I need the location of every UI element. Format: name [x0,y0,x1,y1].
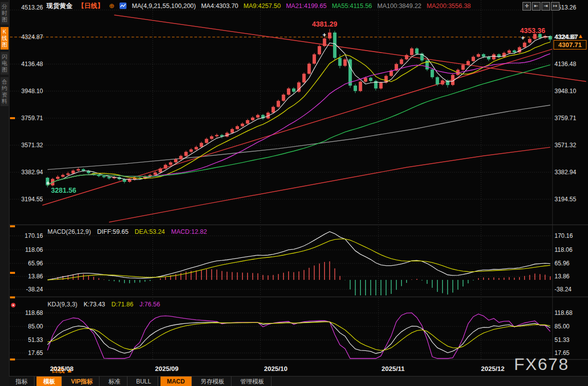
panel-resize-handle[interactable] [10,358,15,360]
panel-resize-handle[interactable] [10,225,15,227]
toolbar-vip-indicators-button[interactable]: VIP指标 [64,376,100,386]
axis-label: 3571.32 [12,142,43,149]
axis-label: 118.68 [12,309,43,316]
axis-label: 3948.10 [554,88,576,95]
axis-label: 3382.94 [12,169,43,176]
x-axis-month-label: 2025/12 [481,365,504,372]
macd-dea-value: DEA:53.24 [134,228,164,235]
peak-high-annotation: 4381.29 [312,20,338,28]
kdj-j-value: J:76.56 [140,301,160,308]
chart-legend: 现货黄金 【日线】 ⊕ MA(4,9,21,55,100,200) MA4:43… [46,2,474,11]
ma9-value: MA9:4257.50 [244,3,280,10]
axis-label: 170.16 [12,232,43,239]
x-axis-month-label: 2025/09 [155,365,178,372]
zoom-in-range-icon[interactable]: ⇥ [542,2,550,11]
period-badge: 【日线】 [78,2,104,10]
axis-label: 118.68 [554,309,572,316]
ma4-value: MA4:4303.70 [201,3,238,10]
zoom-out-range-icon[interactable]: ⇤ [532,2,540,11]
chart-type-icon[interactable] [120,3,126,9]
axis-label: 85.00 [554,323,570,330]
ma55-value: MA55:4115.56 [332,3,372,10]
bottom-toolbar: 指标 模板 VIP指标 标准 BULL MACD 另存模板 管理模板 [9,376,588,386]
indicator-marker-icon[interactable] [11,303,16,307]
axis-label: 3571.32 [554,142,576,149]
sidebar-item-contract-info[interactable]: 合约资料 [0,77,8,106]
axis-label: 118.06 [554,246,572,253]
toolbar-macd-button[interactable]: MACD [160,376,192,386]
recent-high-annotation: 4353.36 [520,27,546,35]
macd-diff-value: DIFF:59.65 [97,228,128,235]
toolbar-standard-button[interactable]: 标准 [102,376,128,386]
ma200-value: MA200:3556.38 [426,3,470,10]
macd-macd-value: MACD:12.82 [171,228,207,235]
x-axis-month-label: 2025/10 [264,365,288,372]
alert-price-label: 4324.87 [554,33,578,41]
axis-label: 65.96 [554,260,570,267]
sidebar-item-flash-chart[interactable]: 闪电图 [0,52,8,75]
axis-label: 51.33 [554,336,570,343]
sidebar: 分时图 K线图 闪电图 合约资料 [0,0,10,386]
x-axis-month-label: 2025/08 [50,365,74,372]
axis-label: 51.33 [12,336,43,343]
trendline-handle-icon[interactable]: + [322,31,326,39]
axis-label: 17.65 [12,349,43,356]
ma21-value: MA21:4199.65 [286,3,326,10]
axis-label: 13.86 [554,273,570,280]
axis-label: 170.16 [554,232,573,239]
pan-icon[interactable]: ✛ [522,2,531,11]
axis-label: 4136.48 [12,61,43,68]
axis-label: -38.24 [12,286,43,293]
axis-label: 3194.55 [12,196,43,203]
toolbar-templates-button[interactable]: 模板 [36,376,62,386]
axis-label: 85.00 [12,323,43,330]
ma-settings-label: MA(4,9,21,55,100,200) [132,3,196,10]
axis-label: -38.24 [554,286,572,293]
sidebar-item-kline-chart[interactable]: K线图 [0,27,8,50]
kdj-header: KDJ(9,3,3) K:73.43 D:71.86 J:76.56 [48,301,164,308]
axis-label: 3948.10 [12,88,43,95]
axis-label: 13.86 [12,273,43,280]
x-axis-month-label: 2025/11 [382,365,404,372]
toolbar-manage-templates-button[interactable]: 管理模板 [234,376,272,386]
period-low-annotation: 3281.56 [51,186,76,194]
toolbar-indicators-button[interactable]: 指标 [9,376,34,386]
kdj-title: KDJ(9,3,3) [48,301,78,308]
panel-resize-handle[interactable] [10,117,15,119]
macd-title: MACD(26,12,9) [48,228,91,235]
kdj-d-value: D:71.86 [112,301,134,308]
axis-label: 4324.87 [12,34,43,41]
toolbar-bull-button[interactable]: BULL [130,376,158,386]
add-alert-icon[interactable]: ⊕ [109,2,114,10]
axis-label: 4513.26 [12,4,43,11]
goto-latest-icon[interactable]: ↦ [551,2,560,11]
chart-application-window: 4513.264513.264324.874324.874136.484136.… [0,0,588,386]
axis-label: 3194.55 [554,196,576,203]
kdj-k-value: K:73.43 [84,301,105,308]
macd-header: MACD(26,12,9) DIFF:59.65 DEA:53.24 MACD:… [48,228,212,235]
trendline-handle-icon[interactable]: + [521,34,525,42]
panel-resize-handle[interactable] [10,296,15,298]
trendline-handle-icon[interactable]: + [46,179,50,187]
toolbar-save-template-button[interactable]: 另存模板 [194,376,232,386]
axis-label: 118.06 [12,246,43,253]
watermark: FX678 [514,354,569,374]
sidebar-item-time-chart[interactable]: 分时图 [0,2,8,25]
axis-label: 4136.48 [554,61,576,68]
axis-label: 3759.71 [12,115,43,122]
axis-label: 3759.71 [554,115,576,122]
axis-label: 65.96 [12,260,43,267]
panel-resize-handle[interactable] [10,272,15,274]
alert-arrow-icon[interactable]: ▲ [578,33,584,40]
chart-canvas[interactable] [0,0,588,386]
axis-label: 3382.94 [554,169,576,176]
last-price-badge: 4307.71 [554,40,586,50]
ma100-value: MA100:3849.22 [378,3,422,10]
symbol-name: 现货黄金 [46,2,72,10]
